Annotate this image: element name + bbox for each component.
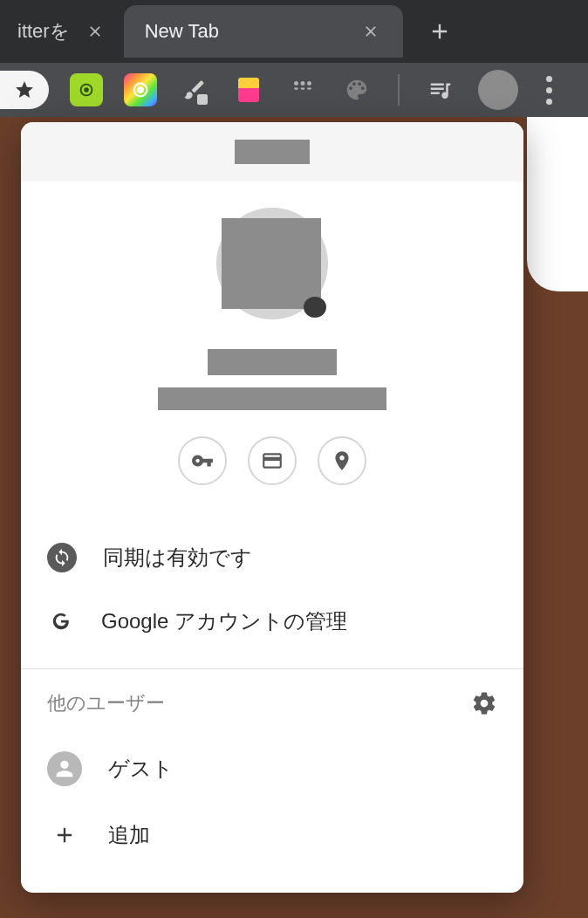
- google-icon: [47, 607, 75, 635]
- profile-popup: 同期は有効です Google アカウントの管理 他のユーザー ゲスト: [21, 122, 523, 893]
- svg-point-3: [138, 87, 143, 92]
- extension-icon[interactable]: [340, 73, 373, 106]
- sync-label: 同期は有効です: [103, 544, 252, 572]
- person-icon: [47, 751, 82, 786]
- divider: [398, 74, 400, 106]
- profile-section: [21, 182, 523, 510]
- sync-status-item[interactable]: 同期は有効です: [21, 525, 523, 590]
- sync-icon: [47, 543, 77, 572]
- close-icon[interactable]: [359, 20, 382, 43]
- close-icon[interactable]: [84, 20, 106, 43]
- page-corner: [527, 117, 588, 291]
- bookmark-button[interactable]: [0, 71, 49, 109]
- extension-icon[interactable]: [70, 73, 103, 106]
- tab-label: New Tab: [145, 20, 345, 43]
- tab-label: itterを: [17, 18, 70, 45]
- guest-label: ゲスト: [108, 755, 174, 783]
- extension-icon[interactable]: [232, 73, 265, 106]
- manage-label: Google アカウントの管理: [101, 607, 347, 635]
- manage-google-account-item[interactable]: Google アカウントの管理: [21, 590, 523, 653]
- other-users-title: 他のユーザー: [47, 690, 165, 716]
- media-control-icon[interactable]: [424, 73, 457, 106]
- tab-inactive[interactable]: itterを: [0, 5, 124, 58]
- guest-profile-item[interactable]: ゲスト: [47, 734, 497, 804]
- add-label: 追加: [108, 821, 150, 849]
- toolbar: [0, 63, 588, 117]
- sync-badge-icon: [304, 297, 326, 318]
- plus-icon: [47, 823, 82, 847]
- extension-icon[interactable]: [286, 73, 319, 106]
- gear-icon[interactable]: [471, 690, 497, 716]
- payments-button[interactable]: [248, 436, 297, 485]
- profile-name-redacted: [235, 140, 310, 164]
- popup-header: [21, 122, 523, 182]
- display-name-redacted: [208, 349, 337, 375]
- extension-icon[interactable]: [178, 73, 211, 106]
- profile-avatar-button[interactable]: [478, 70, 518, 110]
- chrome-menu-button[interactable]: [539, 69, 559, 112]
- extension-icon[interactable]: [124, 73, 157, 106]
- email-redacted: [158, 387, 386, 410]
- tab-active[interactable]: New Tab: [124, 5, 403, 58]
- addresses-button[interactable]: [318, 436, 366, 485]
- add-profile-item[interactable]: 追加: [47, 804, 497, 867]
- new-tab-button[interactable]: [420, 12, 459, 51]
- passwords-button[interactable]: [178, 436, 227, 485]
- svg-point-1: [84, 87, 89, 92]
- profile-avatar[interactable]: [216, 208, 328, 319]
